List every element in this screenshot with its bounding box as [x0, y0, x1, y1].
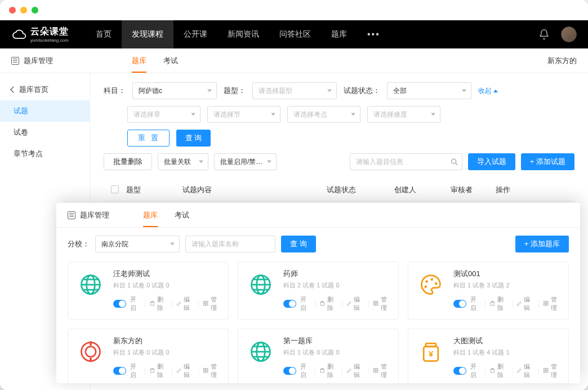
win2-tabs: 题库考试	[143, 203, 189, 227]
trash-icon	[489, 300, 495, 307]
nav-item-3[interactable]: 新闻资讯	[217, 20, 269, 48]
nav-item-1[interactable]: 发现课程	[122, 20, 173, 48]
card-manage[interactable]: 管理	[543, 362, 562, 379]
bell-icon[interactable]	[538, 29, 550, 40]
card-manage[interactable]: 管理	[373, 295, 391, 312]
query-button[interactable]: 查 询	[176, 130, 211, 147]
card-edit[interactable]: 编辑	[346, 362, 365, 379]
toggle-open[interactable]	[283, 367, 296, 375]
chevron-up-icon	[493, 90, 498, 92]
card-manage[interactable]: 管理	[203, 295, 221, 312]
doc-icon	[11, 57, 19, 65]
svg-rect-67	[546, 368, 548, 370]
bulk-delete-button[interactable]: 批量删除	[104, 153, 152, 170]
card-delete[interactable]: 删除	[319, 295, 338, 312]
card-delete[interactable]: 删除	[489, 295, 508, 312]
card-manage[interactable]: 管理	[373, 362, 391, 379]
tab-题库[interactable]: 题库	[132, 49, 146, 73]
nav-item-5[interactable]: 题库	[321, 20, 357, 48]
sidebar-item-1[interactable]: 试卷	[0, 122, 90, 143]
collapse-link[interactable]: 收起	[478, 86, 498, 96]
toggle-open[interactable]	[113, 300, 126, 308]
close-icon[interactable]	[9, 7, 16, 14]
difficulty-select[interactable]: 请选择难度	[367, 106, 440, 123]
card-delete[interactable]: 删除	[149, 295, 168, 312]
sidebar-back[interactable]: 题库首页	[0, 79, 90, 100]
add-bank-button[interactable]: + 添加题库	[515, 236, 569, 252]
sidebar-item-2[interactable]: 章节考点	[0, 143, 90, 165]
card-title: 大图测试	[453, 336, 562, 346]
card-edit[interactable]: 编辑	[176, 295, 195, 312]
query-button-2[interactable]: 查 询	[281, 236, 316, 252]
bulk-toggle-select[interactable]: 批量启用/禁…	[214, 153, 277, 170]
branch-select[interactable]: 南京分院	[95, 236, 180, 252]
svg-rect-34	[546, 301, 548, 303]
chevron-down-icon	[170, 243, 175, 246]
jar-orange-icon: ¥	[415, 336, 447, 367]
minimize-icon[interactable]	[20, 7, 27, 14]
svg-rect-19	[320, 302, 324, 305]
nav-item-2[interactable]: 公开课	[173, 20, 217, 48]
card-manage[interactable]: 管理	[203, 362, 221, 379]
globe-green-icon	[245, 336, 277, 367]
select-all-checkbox[interactable]	[111, 185, 119, 193]
add-question-button[interactable]: + 添加试题	[521, 153, 574, 170]
toggle-open[interactable]	[453, 367, 466, 375]
nav-items: 首页发现课程公开课新闻资讯问答社区题库	[86, 20, 357, 48]
sidebar-item-0[interactable]: 试题	[0, 100, 90, 122]
toggle-open[interactable]	[283, 300, 296, 308]
logo-text: 云朵课堂	[30, 26, 69, 36]
svg-rect-25	[376, 304, 378, 305]
search-input[interactable]	[350, 153, 462, 170]
point-select[interactable]: 请选择考点	[287, 106, 360, 123]
card-delete[interactable]: 删除	[149, 362, 168, 379]
maximize-icon[interactable]	[32, 7, 38, 14]
card-delete[interactable]: 删除	[319, 362, 338, 379]
tab-考试[interactable]: 考试	[163, 49, 178, 73]
svg-rect-41	[150, 369, 154, 373]
nav-item-4[interactable]: 问答社区	[269, 20, 321, 48]
subject-select[interactable]: 阿萨德c	[132, 82, 217, 99]
svg-point-0	[451, 159, 456, 163]
card-edit[interactable]: 编辑	[516, 295, 535, 312]
type-select[interactable]: 请选择题型	[252, 82, 337, 99]
nav-item-0[interactable]: 首页	[86, 20, 122, 48]
sidebar-items: 试题试卷章节考点	[0, 100, 90, 165]
th-reviewer: 审核者	[451, 185, 496, 195]
bulk-link-select[interactable]: 批量关联	[158, 153, 208, 170]
card-edit[interactable]: 编辑	[346, 295, 365, 312]
svg-rect-44	[204, 368, 206, 370]
svg-point-27	[431, 278, 434, 281]
chapter-select[interactable]: 请选择章	[127, 106, 201, 123]
card-edit[interactable]: 编辑	[516, 362, 535, 379]
card-meta: 科目 1 试卷 0 试题 0	[113, 348, 221, 357]
toggle-open[interactable]	[113, 367, 126, 375]
status-select[interactable]: 全部	[387, 82, 471, 99]
card-edit[interactable]: 编辑	[176, 362, 195, 379]
avatar[interactable]	[561, 26, 577, 42]
import-button[interactable]: 导入试题	[468, 153, 515, 170]
chevron-down-icon	[267, 161, 271, 163]
toggle-open[interactable]	[453, 300, 466, 308]
svg-rect-46	[204, 371, 206, 373]
chevron-down-icon	[199, 161, 203, 163]
tab2-考试[interactable]: 考试	[175, 203, 189, 227]
chevron-down-icon	[351, 113, 355, 116]
module-title: 题库管理	[24, 56, 53, 66]
edit-icon	[176, 300, 182, 307]
svg-rect-22	[374, 301, 376, 303]
search-box	[350, 153, 462, 170]
bank-name-input[interactable]	[185, 236, 275, 252]
grid-icon	[203, 367, 208, 374]
logo[interactable]: 云朵课堂 yunduoketang.com	[11, 26, 69, 43]
svg-rect-61	[426, 343, 436, 347]
card-meta: 科目 1 试卷 3 试题 2	[453, 281, 562, 290]
card-delete[interactable]: 删除	[489, 362, 508, 379]
section-select[interactable]: 请选择节	[207, 106, 280, 123]
nav-more-icon[interactable]: •••	[357, 29, 390, 39]
search-icon[interactable]	[451, 158, 458, 166]
tab2-题库[interactable]: 题库	[143, 203, 158, 227]
card-manage[interactable]: 管理	[543, 295, 562, 312]
svg-rect-39	[90, 342, 92, 345]
reset-button[interactable]: 重 置	[127, 130, 170, 147]
